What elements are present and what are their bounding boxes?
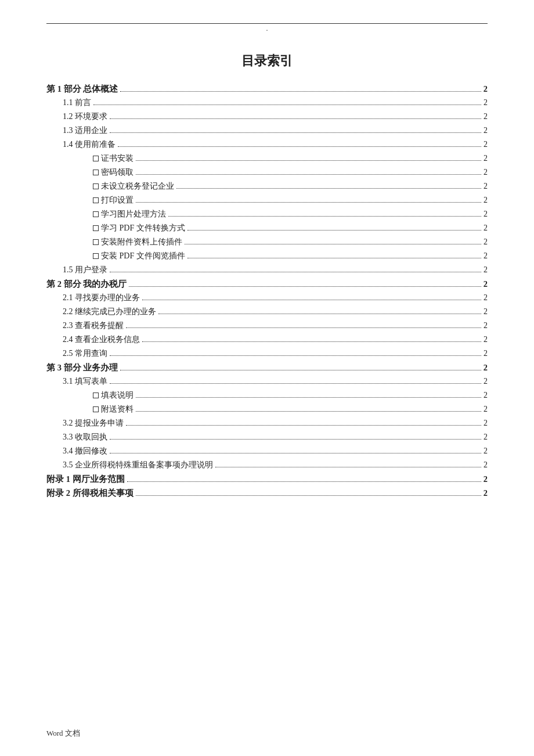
toc-label: 1.2 环境要求 bbox=[63, 111, 107, 122]
toc-dots bbox=[185, 244, 481, 244]
toc-entry: 2.3 查看税务提醒2 bbox=[46, 321, 488, 331]
toc-page: 2 bbox=[484, 335, 488, 344]
toc-entry: 未设立税务登记企业2 bbox=[46, 181, 488, 192]
toc-label: 第 2 部分 我的办税厅 bbox=[46, 279, 127, 290]
toc-entry: 学习图片处理方法2 bbox=[46, 209, 488, 219]
toc-entry: 学习 PDF 文件转换方式2 bbox=[46, 223, 488, 233]
toc-label: 2.3 查看税务提醒 bbox=[63, 321, 124, 331]
toc-page: 2 bbox=[484, 391, 488, 400]
toc-dots bbox=[142, 300, 481, 300]
toc-entry: 3.5 企业所得税特殊重组备案事项办理说明2 bbox=[46, 460, 488, 470]
toc-page: 2 bbox=[484, 460, 488, 470]
toc-page: 2 bbox=[484, 405, 488, 414]
toc-dots bbox=[110, 132, 481, 133]
toc-dots bbox=[110, 272, 481, 272]
toc-container: 第 1 部分 总体概述21.1 前言21.2 环境要求21.3 适用企业21.4… bbox=[46, 84, 488, 499]
toc-page: 2 bbox=[484, 279, 488, 289]
toc-dots bbox=[136, 495, 481, 496]
toc-label: 1.1 前言 bbox=[63, 98, 91, 108]
checkbox-icon bbox=[93, 183, 99, 189]
toc-entry: 附录 1 网厅业务范围2 bbox=[46, 474, 488, 485]
toc-dots bbox=[127, 481, 481, 482]
toc-page: 2 bbox=[484, 363, 488, 373]
toc-label: 2.2 继续完成已办理的业务 bbox=[63, 307, 156, 317]
toc-dots bbox=[110, 118, 481, 119]
toc-label: 3.4 撤回修改 bbox=[63, 446, 107, 456]
toc-label: 学习 PDF 文件转换方式 bbox=[93, 223, 185, 233]
toc-entry: 1.4 使用前准备2 bbox=[46, 139, 488, 150]
toc-entry: 附录 2 所得税相关事项2 bbox=[46, 488, 488, 499]
toc-entry: 证书安装2 bbox=[46, 153, 488, 164]
toc-entry: 3.1 填写表单2 bbox=[46, 376, 488, 387]
toc-dots bbox=[136, 411, 481, 412]
checkbox-icon bbox=[93, 197, 99, 203]
checkbox-icon bbox=[93, 170, 99, 175]
toc-label: 3.2 提报业务申请 bbox=[63, 418, 124, 429]
toc-label: 安装附件资料上传插件 bbox=[93, 237, 182, 247]
toc-dots bbox=[168, 216, 481, 217]
toc-label: 安装 PDF 文件阅览插件 bbox=[93, 251, 185, 261]
toc-page: 2 bbox=[484, 112, 488, 121]
toc-page: 2 bbox=[484, 321, 488, 330]
toc-label: 打印设置 bbox=[93, 195, 134, 206]
toc-page: 2 bbox=[484, 154, 488, 163]
toc-dots bbox=[126, 425, 481, 426]
toc-label: 第 1 部分 总体概述 bbox=[46, 84, 118, 95]
toc-page: 2 bbox=[484, 84, 488, 94]
toc-dots bbox=[136, 160, 481, 161]
toc-label: 2.5 常用查询 bbox=[63, 348, 107, 359]
toc-label: 学习图片处理方法 bbox=[93, 209, 166, 219]
toc-label: 证书安装 bbox=[93, 153, 134, 164]
toc-page: 2 bbox=[484, 293, 488, 303]
toc-dots bbox=[136, 174, 481, 175]
toc-dots bbox=[136, 397, 481, 398]
toc-label: 附录 1 网厅业务范围 bbox=[46, 474, 125, 485]
toc-entry: 安装 PDF 文件阅览插件2 bbox=[46, 251, 488, 261]
toc-dots bbox=[120, 370, 481, 370]
toc-dots bbox=[110, 453, 481, 453]
toc-dots bbox=[142, 341, 481, 342]
toc-page: 2 bbox=[484, 265, 488, 275]
toc-entry: 密码领取2 bbox=[46, 167, 488, 178]
toc-entry: 打印设置2 bbox=[46, 195, 488, 206]
toc-dots bbox=[187, 230, 481, 231]
checkbox-icon bbox=[93, 225, 99, 231]
toc-label: 未设立税务登记企业 bbox=[93, 181, 174, 192]
toc-page: 2 bbox=[484, 168, 488, 177]
toc-label: 附送资料 bbox=[93, 404, 134, 415]
toc-entry: 1.3 适用企业2 bbox=[46, 125, 488, 136]
toc-dots bbox=[187, 258, 481, 258]
toc-page: 2 bbox=[484, 126, 488, 135]
checkbox-icon bbox=[93, 239, 99, 245]
top-rule bbox=[46, 23, 488, 24]
toc-label: 密码领取 bbox=[93, 167, 134, 178]
toc-entry: 第 3 部分 业务办理2 bbox=[46, 362, 488, 373]
checkbox-icon bbox=[93, 253, 99, 259]
toc-page: 2 bbox=[484, 377, 488, 386]
toc-page: 2 bbox=[484, 349, 488, 358]
toc-entry: 附送资料2 bbox=[46, 404, 488, 415]
toc-label: 1.3 适用企业 bbox=[63, 125, 107, 136]
checkbox-icon bbox=[93, 393, 99, 398]
toc-label: 填表说明 bbox=[93, 390, 134, 401]
toc-label: 2.4 查看企业税务信息 bbox=[63, 334, 140, 345]
toc-entry: 填表说明2 bbox=[46, 390, 488, 401]
toc-page: 2 bbox=[484, 196, 488, 205]
footer-text: Word 文档 bbox=[46, 728, 80, 739]
toc-label: 3.5 企业所得税特殊重组备案事项办理说明 bbox=[63, 460, 213, 470]
toc-dots bbox=[136, 202, 481, 203]
toc-label: 2.1 寻找要办理的业务 bbox=[63, 293, 140, 303]
toc-entry: 2.4 查看企业税务信息2 bbox=[46, 334, 488, 345]
toc-page: 2 bbox=[484, 98, 488, 107]
toc-entry: 2.5 常用查询2 bbox=[46, 348, 488, 359]
toc-page: 2 bbox=[484, 433, 488, 442]
toc-entry: 1.1 前言2 bbox=[46, 98, 488, 108]
toc-page: 2 bbox=[484, 140, 488, 149]
toc-entry: 1.5 用户登录2 bbox=[46, 265, 488, 275]
toc-entry: 3.3 收取回执2 bbox=[46, 432, 488, 442]
toc-dots bbox=[118, 146, 481, 147]
toc-dots bbox=[110, 355, 481, 356]
checkbox-icon bbox=[93, 211, 99, 217]
toc-entry: 2.1 寻找要办理的业务2 bbox=[46, 293, 488, 303]
toc-page: 2 bbox=[484, 182, 488, 191]
